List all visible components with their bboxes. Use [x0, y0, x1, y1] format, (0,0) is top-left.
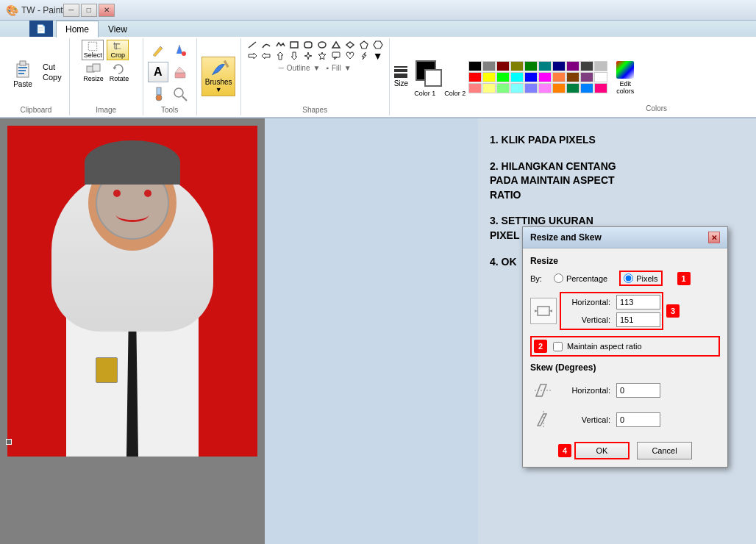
shape-diamond[interactable]: [343, 40, 357, 50]
maintain-aspect-checkbox[interactable]: [553, 342, 563, 351]
tab-home[interactable]: Home: [56, 21, 99, 37]
percentage-radio-option[interactable]: Percentage: [554, 273, 607, 283]
palette-color-c0c0c0[interactable]: [594, 61, 607, 71]
shape-line[interactable]: [246, 40, 259, 50]
copy-button[interactable]: Copy: [40, 72, 65, 82]
svg-rect-11: [93, 64, 100, 71]
palette-color-00ffff[interactable]: [510, 72, 524, 82]
shape-triangle[interactable]: [329, 40, 343, 50]
palette-color-800080[interactable]: [566, 61, 580, 71]
pencil-tool[interactable]: [148, 40, 168, 60]
palette-color-ff8000[interactable]: [552, 83, 566, 93]
pixels-radio[interactable]: [624, 273, 633, 283]
shape-pentagon[interactable]: [357, 40, 371, 50]
fill-tool[interactable]: [170, 40, 190, 60]
outline-dropdown[interactable]: ─ Outline ▼: [279, 64, 321, 72]
palette-color-000000[interactable]: [468, 61, 482, 71]
palette-color-00ff00[interactable]: [496, 72, 510, 82]
svg-rect-36: [332, 52, 340, 57]
shape-star4[interactable]: [302, 51, 315, 61]
maximize-button[interactable]: □: [81, 4, 97, 17]
skew-horizontal-input[interactable]: [616, 383, 660, 398]
tab-view[interactable]: View: [99, 21, 137, 37]
palette-color-80ffff[interactable]: [510, 83, 524, 93]
palette-color-ffff00[interactable]: [482, 72, 496, 82]
palette-color-ffffff[interactable]: [594, 72, 607, 82]
palette-color-808080[interactable]: [482, 61, 496, 71]
color2-swatch[interactable]: [424, 69, 442, 87]
close-button[interactable]: ✕: [99, 4, 115, 17]
pixels-radio-option[interactable]: Pixels: [619, 271, 662, 286]
palette-color-ff0080[interactable]: [594, 83, 607, 93]
shape-arrow-down[interactable]: [288, 51, 301, 61]
rotate-button[interactable]: Rotate: [108, 62, 131, 84]
size-button[interactable]: Size: [393, 65, 410, 89]
vertical-input-row: Vertical:: [563, 312, 660, 327]
percentage-radio[interactable]: [554, 273, 563, 283]
resize-button[interactable]: Resize: [82, 62, 105, 84]
radio-row: By: Percentage Pixels 1: [530, 271, 720, 286]
horizontal-input[interactable]: [616, 295, 660, 309]
shape-more[interactable]: ▼: [371, 51, 385, 61]
text-tool[interactable]: A: [148, 62, 168, 82]
resize-handle-bl[interactable]: [6, 439, 12, 445]
tools-label: Tools: [161, 104, 178, 114]
shape-roundrect[interactable]: [302, 40, 315, 50]
palette-color-ff8040[interactable]: [552, 72, 566, 82]
palette-color-800000[interactable]: [496, 61, 510, 71]
shape-star5[interactable]: [315, 51, 329, 61]
shape-arrow-right[interactable]: [246, 51, 259, 61]
shape-arrow-left[interactable]: [260, 51, 273, 61]
resize-skew-dialog: Resize and Skew ✕ Resize By: Percentage …: [522, 226, 728, 468]
skew-vertical-input[interactable]: [616, 412, 660, 427]
shape-curve[interactable]: [260, 40, 273, 50]
eraser-tool[interactable]: [170, 62, 190, 82]
palette-color-008080[interactable]: [538, 61, 552, 71]
shape-hexagon[interactable]: [371, 40, 385, 50]
palette-color-0080ff[interactable]: [580, 83, 593, 93]
palette-color-804080[interactable]: [580, 72, 593, 82]
vertical-input[interactable]: [616, 312, 660, 327]
shape-freeform[interactable]: [274, 40, 287, 50]
palette-color-804000[interactable]: [566, 72, 580, 82]
paste-button[interactable]: Paste: [7, 53, 38, 91]
brushes-button[interactable]: Brushes ▼: [202, 57, 235, 96]
size-label: Size: [394, 79, 408, 87]
svg-marker-35: [318, 52, 326, 60]
shape-arrow-up[interactable]: [274, 51, 287, 61]
edit-colors-button[interactable]: Edit colors: [610, 58, 640, 96]
cut-button[interactable]: Cut: [40, 62, 65, 72]
minimize-button[interactable]: ─: [63, 4, 79, 17]
palette-color-008000[interactable]: [524, 61, 538, 71]
palette-color-ff80ff[interactable]: [538, 83, 552, 93]
palette-color-ff8080[interactable]: [468, 83, 482, 93]
ok-button[interactable]: OK: [574, 442, 630, 459]
palette-color-000080[interactable]: [552, 61, 566, 71]
palette-color-80ff80[interactable]: [496, 83, 510, 93]
palette-color-ffff80[interactable]: [482, 83, 496, 93]
shape-heart[interactable]: [343, 51, 357, 61]
cancel-button[interactable]: Cancel: [637, 442, 692, 459]
palette-color-8080ff[interactable]: [524, 83, 538, 93]
svg-marker-27: [346, 42, 354, 48]
file-menu-button[interactable]: 📄: [36, 24, 46, 34]
shape-ellipse[interactable]: [315, 40, 329, 50]
palette-color-008040[interactable]: [566, 83, 580, 93]
select-button[interactable]: Select: [82, 40, 104, 60]
eyedropper-tool[interactable]: [148, 84, 168, 104]
palette-color-0000ff[interactable]: [524, 72, 538, 82]
fill-dropdown[interactable]: ▪ Fill ▼: [326, 64, 351, 72]
palette-color-ff00ff[interactable]: [538, 72, 552, 82]
by-label: By:: [530, 274, 542, 283]
dialog-close-button[interactable]: ✕: [708, 232, 720, 243]
palette-color-808000[interactable]: [510, 61, 524, 71]
palette-color-ff0000[interactable]: [468, 72, 482, 82]
shape-lightning[interactable]: [357, 51, 371, 61]
shape-callout[interactable]: [329, 51, 343, 61]
svg-rect-40: [538, 307, 549, 315]
shape-rect[interactable]: [288, 40, 301, 50]
palette-color-404040[interactable]: [580, 61, 593, 71]
magnify-tool[interactable]: [170, 84, 190, 104]
crop-button[interactable]: Crop: [107, 40, 129, 60]
image-group-content: Select Crop Res: [82, 40, 130, 104]
